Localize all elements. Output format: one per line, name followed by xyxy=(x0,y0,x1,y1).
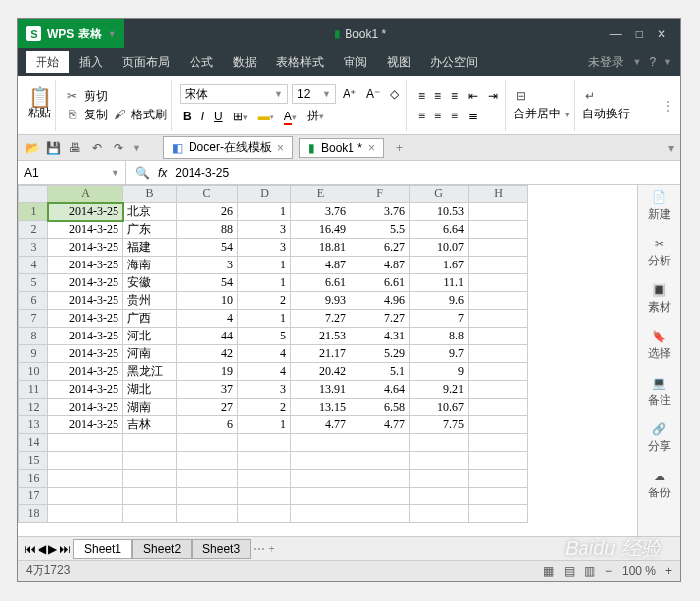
sidebar-备注[interactable]: 💻备注 xyxy=(648,376,671,409)
row-header-8[interactable]: 8 xyxy=(19,328,48,345)
cell-A17[interactable] xyxy=(48,488,123,505)
cell-D7[interactable]: 1 xyxy=(238,310,291,328)
sheet-tab-Sheet2[interactable]: Sheet2 xyxy=(132,539,192,559)
formula-input[interactable]: 2014-3-25 xyxy=(175,166,672,180)
sheet-nav-last-icon[interactable]: ⏭ xyxy=(59,542,71,556)
col-header-G[interactable]: G xyxy=(410,186,469,203)
cell-G9[interactable]: 9.7 xyxy=(410,345,469,363)
cell-A12[interactable]: 2014-3-25 xyxy=(48,399,123,416)
cell-D16[interactable] xyxy=(238,470,291,488)
border-button[interactable]: ⊞▾ xyxy=(230,108,251,125)
row-header-18[interactable]: 18 xyxy=(19,505,48,523)
cell-F4[interactable]: 4.87 xyxy=(350,257,410,274)
copy-icon[interactable]: ⎘ xyxy=(64,107,80,122)
cell-C10[interactable]: 19 xyxy=(177,363,238,381)
cell-C3[interactable]: 54 xyxy=(177,239,238,257)
cell-C16[interactable] xyxy=(177,470,238,488)
cell-B1[interactable]: 北京 xyxy=(123,203,177,221)
cell-A14[interactable] xyxy=(48,434,123,452)
cell-D15[interactable] xyxy=(238,452,291,470)
cell-G16[interactable] xyxy=(410,470,469,488)
cell-H2[interactable] xyxy=(469,221,528,239)
font-select[interactable]: 宋体▼ xyxy=(180,84,288,104)
row-header-14[interactable]: 14 xyxy=(19,434,48,452)
cell-B11[interactable]: 湖北 xyxy=(123,381,177,399)
cell-B6[interactable]: 贵州 xyxy=(123,292,177,310)
cell-H15[interactable] xyxy=(469,452,528,470)
row-header-13[interactable]: 13 xyxy=(19,416,48,434)
cell-C4[interactable]: 3 xyxy=(177,257,238,274)
cell-H9[interactable] xyxy=(469,345,528,363)
cell-A2[interactable]: 2014-3-25 xyxy=(48,221,123,239)
help-button[interactable]: ? xyxy=(649,55,656,69)
cell-H8[interactable] xyxy=(469,328,528,345)
copy-button[interactable]: 复制 xyxy=(84,107,108,123)
cell-F18[interactable] xyxy=(350,505,410,523)
col-header-B[interactable]: B xyxy=(123,186,177,203)
cell-E9[interactable]: 21.17 xyxy=(291,345,350,363)
cell-F9[interactable]: 5.29 xyxy=(350,345,410,363)
cell-G11[interactable]: 9.21 xyxy=(410,381,469,399)
row-header-12[interactable]: 12 xyxy=(19,399,48,416)
row-header-17[interactable]: 17 xyxy=(19,488,48,505)
clear-format-icon[interactable]: ◇ xyxy=(387,85,402,103)
tab-close-icon[interactable]: × xyxy=(368,141,375,155)
undo-icon[interactable]: ↶ xyxy=(89,140,105,156)
cell-E17[interactable] xyxy=(291,488,350,505)
cell-H1[interactable] xyxy=(469,203,528,221)
col-header-C[interactable]: C xyxy=(177,186,238,203)
tab-docer[interactable]: ◧ Docer-在线模板 × xyxy=(163,136,293,159)
cell-E10[interactable]: 20.42 xyxy=(291,363,350,381)
menu-公式[interactable]: 公式 xyxy=(180,51,223,73)
sidebar-新建[interactable]: 📄新建 xyxy=(648,190,671,223)
sheet-nav-first-icon[interactable]: ⏮ xyxy=(24,542,36,556)
maximize-button[interactable]: □ xyxy=(636,27,643,40)
cell-D4[interactable]: 1 xyxy=(238,257,291,274)
cell-F17[interactable] xyxy=(350,488,410,505)
cell-H7[interactable] xyxy=(469,310,528,328)
cell-D17[interactable] xyxy=(238,488,291,505)
cell-E5[interactable]: 6.61 xyxy=(291,274,350,292)
cell-H10[interactable] xyxy=(469,363,528,381)
cell-D2[interactable]: 3 xyxy=(238,221,291,239)
cell-B5[interactable]: 安徽 xyxy=(123,274,177,292)
save-icon[interactable]: 💾 xyxy=(45,140,61,156)
sidebar-备份[interactable]: ☁备份 xyxy=(648,469,671,501)
cell-D1[interactable]: 1 xyxy=(238,203,291,221)
menu-办公空间[interactable]: 办公空间 xyxy=(421,51,488,73)
cell-C14[interactable] xyxy=(177,434,238,452)
cell-E7[interactable]: 7.27 xyxy=(291,310,350,328)
cell-B9[interactable]: 河南 xyxy=(123,345,177,363)
col-header-D[interactable]: D xyxy=(238,186,291,203)
cell-A11[interactable]: 2014-3-25 xyxy=(48,381,123,399)
tab-list-icon[interactable]: ▾ xyxy=(668,141,674,155)
login-status[interactable]: 未登录 xyxy=(588,54,624,71)
cell-E1[interactable]: 3.76 xyxy=(291,203,350,221)
font-size-select[interactable]: 12▼ xyxy=(292,84,336,104)
phonetic-button[interactable]: 拼▾ xyxy=(304,106,327,126)
cell-D13[interactable]: 1 xyxy=(238,416,291,434)
format-painter-button[interactable]: 格式刷 xyxy=(131,107,167,123)
cell-F12[interactable]: 6.58 xyxy=(350,399,410,416)
cell-F2[interactable]: 5.5 xyxy=(350,221,410,239)
sheet-nav-next-icon[interactable]: ▶ xyxy=(48,542,57,556)
cell-B4[interactable]: 海南 xyxy=(123,257,177,274)
select-all-cell[interactable] xyxy=(19,186,48,203)
cell-E6[interactable]: 9.93 xyxy=(291,292,350,310)
cell-H5[interactable] xyxy=(469,274,528,292)
menu-页面布局[interactable]: 页面布局 xyxy=(113,51,180,73)
row-header-9[interactable]: 9 xyxy=(19,345,48,363)
cell-B8[interactable]: 河北 xyxy=(123,328,177,345)
row-header-7[interactable]: 7 xyxy=(19,310,48,328)
cell-E14[interactable] xyxy=(291,434,350,452)
cell-A5[interactable]: 2014-3-25 xyxy=(48,274,123,292)
view-break-icon[interactable]: ▥ xyxy=(584,564,595,578)
indent-left-icon[interactable]: ⇤ xyxy=(465,87,481,105)
cell-E4[interactable]: 4.87 xyxy=(291,257,350,274)
app-menu-dropdown-icon[interactable]: ▼ xyxy=(108,29,117,38)
cell-A10[interactable]: 2014-3-25 xyxy=(48,363,123,381)
tab-close-icon[interactable]: × xyxy=(277,141,284,155)
cell-A9[interactable]: 2014-3-25 xyxy=(48,345,123,363)
fx-icon[interactable]: fx xyxy=(158,166,167,180)
cell-A16[interactable] xyxy=(48,470,123,488)
